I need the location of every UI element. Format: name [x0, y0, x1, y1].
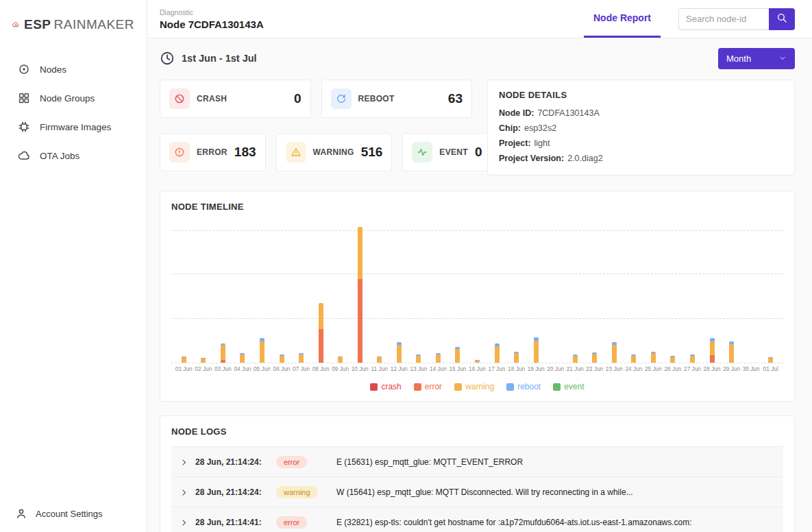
toolbar: 1st Jun - 1st Jul Month [147, 38, 812, 78]
x-tick-label: 18 Jun [506, 365, 526, 372]
log-row[interactable]: 28 Jun, 21:14:24: warning W (15641) esp_… [171, 477, 783, 507]
legend-swatch [506, 383, 514, 391]
bar-segment-warning [514, 353, 519, 363]
logo-text-rainmaker: RAINMAKER [54, 17, 134, 32]
bar-segment-warning [338, 357, 343, 363]
warning-icon [286, 142, 306, 162]
period-dropdown[interactable]: Month [718, 48, 795, 69]
bar-group [389, 219, 409, 363]
bar-group [761, 219, 780, 363]
sidebar-item-account-settings[interactable]: Account Settings [0, 500, 147, 521]
bar-segment-warning [260, 341, 264, 363]
bar-segment-warning [670, 357, 675, 363]
log-timestamp: 28 Jun, 21:14:24: [195, 487, 276, 497]
log-message: E (15631) esp_mqtt_glue: MQTT_EVENT_ERRO… [336, 457, 775, 467]
stat-value: 0 [475, 145, 482, 160]
stacked-bar [670, 356, 675, 363]
bar-segment-warning [182, 357, 186, 363]
legend-item-crash[interactable]: crash [370, 382, 401, 391]
log-rows: 28 Jun, 21:14:24: error E (15631) esp_mq… [171, 446, 783, 532]
bar-group [428, 219, 448, 363]
stat-label: ERROR [197, 147, 227, 157]
log-row[interactable]: 28 Jun, 21:14:41: error E (32821) esp-tl… [171, 507, 783, 532]
bar-group [526, 219, 546, 363]
bar-segment-warning [358, 227, 362, 279]
detail-row: Chip:esp32s2 [499, 123, 783, 134]
x-tick-label: 08 Jun [311, 365, 331, 372]
bar-group [311, 219, 331, 363]
stacked-bar [690, 354, 695, 363]
bar-group [467, 219, 487, 363]
stat-card-event: EVENT 0 [402, 133, 491, 171]
legend-swatch [553, 383, 561, 391]
bar-group [741, 219, 761, 363]
legend-item-reboot[interactable]: reboot [506, 382, 541, 391]
bar-segment-warning [436, 354, 441, 363]
stacked-bar [768, 357, 773, 363]
x-tick-label: 03 Jun [213, 365, 233, 372]
x-tick-label: 11 Jun [369, 365, 389, 372]
x-tick-label: 16 Jun [467, 365, 487, 372]
legend-item-event[interactable]: event [553, 382, 584, 391]
x-tick-label: 09 Jun [330, 365, 350, 372]
bar-group [448, 219, 468, 363]
log-message: W (15641) esp_mqtt_glue: MQTT Disconnect… [336, 487, 775, 497]
stat-label: WARNING [313, 147, 354, 157]
x-tick-label: 14 Jun [428, 365, 448, 372]
gridline [171, 363, 783, 363]
sidebar-item-node-groups[interactable]: Node Groups [0, 84, 147, 112]
legend-item-error[interactable]: error [414, 382, 442, 391]
page-title-block: Diagnostic Node 7CDFA130143A [160, 0, 264, 38]
legend-swatch [414, 383, 421, 391]
stacked-bar [280, 354, 284, 363]
bar-segment-warning [631, 356, 636, 363]
bar-group [545, 219, 565, 363]
detail-label: Chip: [499, 123, 521, 133]
stacked-bar [358, 227, 362, 363]
bar-group [409, 219, 429, 363]
node-groups-icon [18, 92, 30, 104]
sidebar-item-nodes[interactable]: Nodes [0, 55, 147, 84]
search-button[interactable] [769, 8, 795, 30]
stat-value: 183 [234, 145, 256, 160]
bar-group [624, 219, 644, 363]
crash-icon [169, 88, 190, 109]
sidebar-item-ota-jobs[interactable]: OTA Jobs [0, 141, 147, 170]
sidebar-item-firmware-images[interactable]: Firmware Images [0, 112, 147, 141]
x-tick-label: 24 Jun [624, 365, 644, 372]
main-area: Diagnostic Node 7CDFA130143A Node Report… [147, 0, 812, 532]
bar-group [272, 219, 292, 363]
log-level-badge: warning [276, 486, 318, 498]
app-logo[interactable]: ESP RAINMAKER [0, 15, 147, 34]
log-row[interactable]: 28 Jun, 21:14:24: error E (15631) esp_mq… [171, 447, 783, 477]
date-range: 1st Jun - 1st Jul [160, 51, 257, 66]
bar-segment-warning [240, 354, 245, 363]
stacked-bar [221, 343, 225, 363]
page-header: Diagnostic Node 7CDFA130143A Node Report [147, 0, 812, 38]
bar-segment-warning [495, 346, 500, 363]
x-tick-label: 19 Jun [526, 365, 546, 372]
legend-label: error [425, 382, 442, 391]
tab-node-report[interactable]: Node Report [584, 0, 661, 38]
bar-group [643, 219, 663, 363]
stat-label: REBOOT [358, 94, 395, 104]
bar-group [330, 219, 350, 363]
x-tick-label: 29 Jun [722, 365, 741, 372]
page-title: Node 7CDFA130143A [160, 19, 264, 30]
log-timestamp: 28 Jun, 21:14:24: [195, 457, 276, 467]
stat-label: EVENT [439, 147, 468, 157]
bar-segment-warning [690, 356, 695, 363]
stacked-bar [455, 347, 460, 363]
detail-row: Project Version:2.0.diag2 [499, 154, 783, 164]
search-input[interactable] [678, 8, 769, 30]
tab-node-report-label: Node Report [593, 12, 651, 23]
legend-item-warning[interactable]: warning [454, 382, 494, 391]
stat-label: CRASH [197, 94, 227, 104]
bar-segment-warning [201, 359, 206, 363]
stat-card-error: ERROR 183 [160, 133, 266, 171]
x-tick-label: 05 Jun [252, 365, 272, 372]
ota-jobs-icon [18, 149, 30, 162]
chevron-down-icon [778, 54, 787, 62]
chevron-right-icon [180, 457, 188, 466]
bar-group [252, 219, 272, 363]
